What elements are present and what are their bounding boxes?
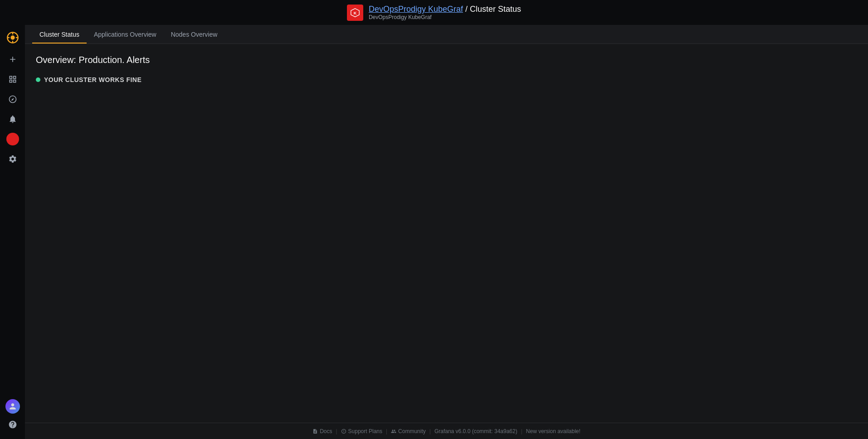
update-link[interactable]: New version available! xyxy=(526,428,580,434)
community-icon xyxy=(391,429,396,434)
footer-sep-1: | xyxy=(336,428,337,434)
cluster-status-text: YOUR CLUSTER WORKS FINE xyxy=(44,76,141,83)
version-text: Grafana v6.0.0 (commit: 34a9a62) xyxy=(434,428,517,434)
header-brand: K DevOpsProdigy KubeGraf / Cluster Statu… xyxy=(347,5,521,21)
footer-sep-4: | xyxy=(521,428,522,434)
svg-point-3 xyxy=(10,35,15,39)
sidebar-item-add[interactable] xyxy=(4,50,22,68)
top-header: K DevOpsProdigy KubeGraf / Cluster Statu… xyxy=(0,0,868,25)
tab-nodes-overview[interactable]: Nodes Overview xyxy=(164,26,225,43)
cluster-status-row: YOUR CLUSTER WORKS FINE xyxy=(36,76,857,83)
user-avatar[interactable] xyxy=(5,399,20,414)
header-separator: / xyxy=(465,5,470,14)
sidebar-item-dashboards[interactable] xyxy=(4,70,22,88)
tab-cluster-status[interactable]: Cluster Status xyxy=(32,26,87,43)
tab-applications-overview[interactable]: Applications Overview xyxy=(87,26,164,43)
sidebar-item-alerting[interactable] xyxy=(4,110,22,128)
content-area: Cluster Status Applications Overview Nod… xyxy=(25,25,868,439)
community-link[interactable]: Community xyxy=(398,428,426,434)
page-heading: Overview: Production. Alerts xyxy=(36,55,857,65)
brand-subtitle: DevOpsProdigy KubeGraf xyxy=(369,14,521,20)
docs-link[interactable]: Docs xyxy=(320,428,332,434)
footer-sep-2: | xyxy=(386,428,387,434)
footer: Docs | Support Plans | Community | Grafa… xyxy=(25,423,868,439)
page-content: Overview: Production. Alerts YOUR CLUSTE… xyxy=(25,44,868,423)
sidebar-item-kubegraf[interactable] xyxy=(4,130,22,148)
sidebar xyxy=(0,25,25,439)
status-dot-green xyxy=(36,77,40,82)
main-layout: Cluster Status Applications Overview Nod… xyxy=(0,25,868,439)
brand-text: DevOpsProdigy KubeGraf / Cluster Status … xyxy=(369,5,521,20)
brand-link[interactable]: DevOpsProdigy KubeGraf xyxy=(369,5,463,14)
header-page-title: Cluster Status xyxy=(470,5,521,14)
grafana-logo[interactable] xyxy=(4,29,22,47)
sidebar-bottom xyxy=(4,399,22,439)
docs-icon xyxy=(312,429,318,434)
brand-title: DevOpsProdigy KubeGraf / Cluster Status xyxy=(369,5,521,14)
kubegraf-icon: K xyxy=(347,5,363,21)
sidebar-item-help[interactable] xyxy=(4,415,22,434)
support-icon xyxy=(341,429,346,434)
footer-sep-3: | xyxy=(429,428,431,434)
tabs-bar: Cluster Status Applications Overview Nod… xyxy=(25,25,868,44)
support-plans-link[interactable]: Support Plans xyxy=(348,428,382,434)
sidebar-item-explore[interactable] xyxy=(4,90,22,108)
svg-text:K: K xyxy=(354,10,357,15)
sidebar-item-settings[interactable] xyxy=(4,150,22,168)
